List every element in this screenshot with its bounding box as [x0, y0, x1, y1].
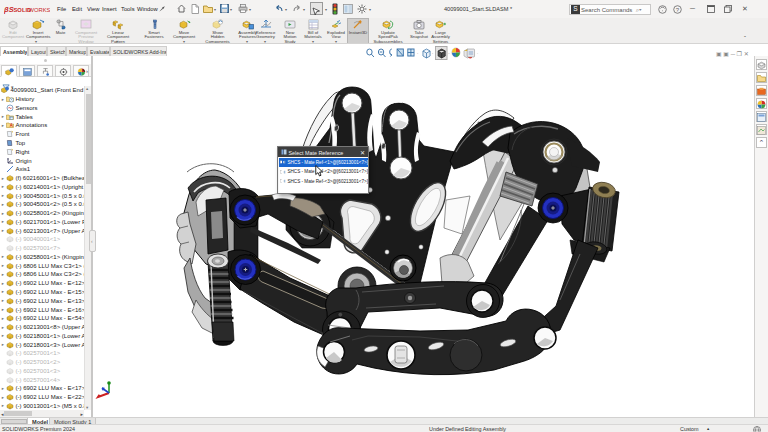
svg-text:A: A: [10, 124, 13, 129]
svg-text:βS: βS: [4, 5, 14, 14]
svg-text:WORKS: WORKS: [29, 6, 51, 12]
svg-text:?: ?: [676, 6, 680, 12]
